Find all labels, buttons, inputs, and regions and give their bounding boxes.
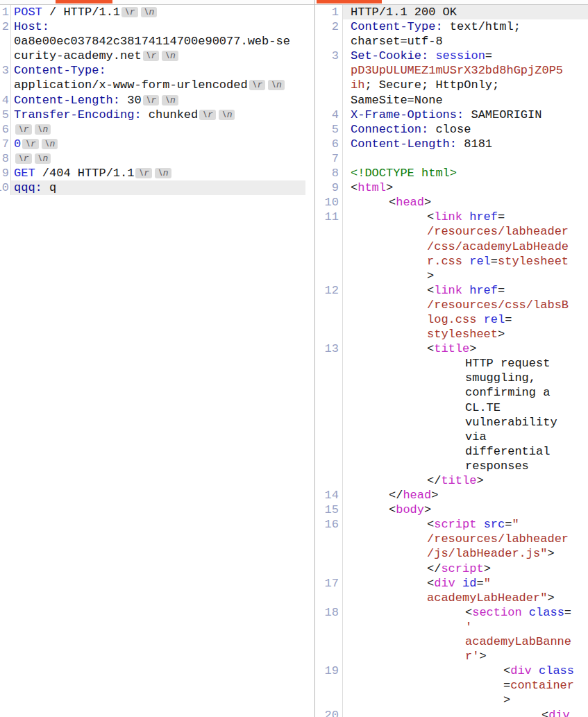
indent-spacer	[351, 673, 503, 674]
code-segment: curity-academy.net	[14, 49, 142, 62]
code-segment: rel	[484, 313, 505, 326]
code-row: 13<title>	[315, 341, 588, 356]
indent-spacer	[351, 498, 389, 498]
indent-spacer	[351, 644, 465, 645]
code-segment: href	[469, 284, 498, 297]
indent-spacer	[351, 249, 427, 250]
code-segment: class	[539, 664, 574, 677]
indent-spacer	[351, 659, 465, 659]
line-feed-badge: \n	[162, 51, 178, 61]
code-line: >	[343, 269, 588, 283]
response-editor[interactable]: 1HTTP/1.1 200 OK2Content-Type: text/html…	[315, 5, 588, 717]
line-number	[315, 459, 343, 473]
code-row: </script>	[315, 562, 588, 576]
code-segment	[476, 518, 483, 531]
line-feed-badge: \n	[141, 7, 158, 17]
code-line: <div id="	[343, 576, 588, 591]
code-line: /resources/labheader	[343, 532, 588, 546]
line-number	[315, 678, 343, 693]
request-editor[interactable]: 1POST / HTTP/1.1\r\n2Host:0a8e00ec037842…	[0, 5, 314, 717]
code-segment: href	[469, 210, 498, 223]
code-line: via	[343, 430, 588, 444]
line-number	[315, 239, 343, 254]
code-segment: >	[547, 591, 554, 605]
code-segment: HTTP/1.1 200 OK	[351, 6, 457, 19]
code-row: 5Transfer-Encoding: chunked\r\n	[0, 108, 314, 122]
indent-spacer	[351, 278, 427, 279]
code-segment: html	[358, 181, 386, 194]
code-segment: Content-Type:	[351, 20, 443, 33]
code-segment: stylesheet	[427, 328, 498, 341]
indent-spacer	[351, 541, 427, 542]
code-segment: Host:	[14, 20, 49, 33]
line-number: 19	[315, 664, 343, 678]
line-number	[315, 371, 343, 385]
code-row: 5Connection: close	[315, 122, 588, 137]
code-segment: log.css	[427, 313, 476, 326]
line-number: 6	[0, 122, 11, 137]
line-number	[315, 591, 343, 605]
code-segment: SAMEORIGIN	[464, 108, 541, 121]
line-number	[315, 327, 343, 341]
line-number	[0, 34, 11, 49]
code-line: '	[343, 620, 588, 634]
line-number	[315, 444, 343, 459]
line-number: 14	[315, 488, 343, 503]
code-line: X-Frame-Options: SAMEORIGIN	[343, 108, 588, 122]
code-segment: Content-Type:	[14, 64, 106, 77]
code-row: 14</head>	[315, 488, 588, 503]
code-line: /resources/labheader	[343, 224, 588, 239]
code-line: /js/labHeader.js">	[343, 546, 588, 561]
code-segment: "	[484, 577, 491, 590]
indent-spacer	[351, 483, 427, 484]
line-number: 3	[0, 63, 11, 78]
code-segment: text/html;	[443, 20, 521, 33]
code-row: 12<link href=	[315, 283, 588, 298]
code-segment: <	[427, 284, 434, 297]
request-raw-tab-indicator[interactable]	[56, 0, 112, 3]
code-segment: title	[441, 474, 476, 487]
code-segment: 30	[120, 94, 142, 107]
code-row: 11<link href=	[315, 210, 588, 224]
code-segment	[476, 313, 483, 326]
code-segment: id	[462, 577, 476, 590]
indent-spacer	[351, 454, 465, 455]
code-segment: script	[441, 562, 483, 575]
code-segment: div	[548, 709, 570, 717]
indent-spacer	[351, 702, 503, 703]
line-number: 9	[0, 166, 11, 180]
code-segment: confirming a	[465, 386, 550, 399]
code-segment: 0a8e00ec037842c38174114700e90077.web-se	[14, 35, 290, 48]
http-message-editor: 1POST / HTTP/1.1\r\n2Host:0a8e00ec037842…	[0, 0, 588, 717]
code-segment: title	[434, 342, 469, 355]
code-segment: 0	[14, 137, 21, 151]
indent-spacer	[351, 264, 427, 264]
response-raw-tab-indicator[interactable]	[317, 0, 382, 3]
code-segment: >	[498, 328, 505, 341]
code-line	[343, 151, 588, 166]
code-row: SameSite=None	[315, 93, 588, 108]
code-segment: r'	[465, 650, 479, 663]
code-row: smuggling,	[315, 371, 588, 385]
code-line: </title>	[343, 473, 588, 488]
line-number	[315, 93, 343, 108]
code-segment: rel	[469, 255, 491, 268]
line-number	[315, 34, 343, 49]
code-segment: link	[434, 210, 462, 223]
code-segment: chunked	[142, 108, 199, 121]
code-row: 1HTTP/1.1 200 OK	[315, 5, 588, 19]
indent-spacer	[351, 439, 465, 440]
code-line: academyLabBanne	[343, 634, 588, 649]
code-row: stylesheet>	[315, 327, 588, 341]
code-line: POST / HTTP/1.1\r\n	[11, 5, 305, 19]
code-segment: /resources/labheader	[427, 532, 569, 546]
indent-spacer	[351, 380, 465, 381]
code-row: 4X-Frame-Options: SAMEORIGIN	[315, 108, 588, 122]
code-line: Content-Type: text/html;	[343, 19, 588, 34]
indent-spacer	[351, 351, 427, 352]
line-number: 17	[315, 576, 343, 591]
code-row: academyLabBanne	[315, 634, 588, 649]
code-segment: =	[476, 577, 483, 590]
code-segment: >	[424, 503, 431, 516]
code-line: SameSite=None	[343, 93, 588, 108]
